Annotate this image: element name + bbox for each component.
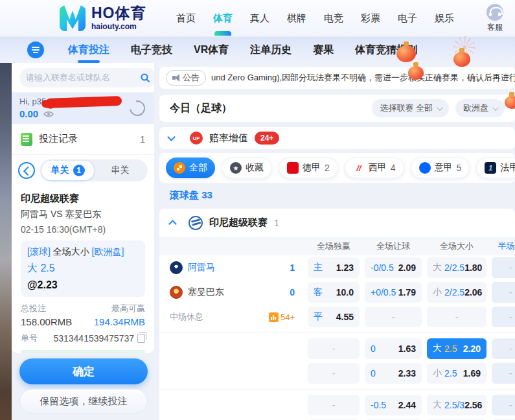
nav-sports[interactable]: 体育 — [213, 12, 233, 25]
odds-cell-empty: - — [308, 363, 360, 384]
odds-boost-row: UP 赔率增值 24+ — [159, 127, 515, 149]
table-row: 塞旻巴东 0 客10.0 +0/0.51.79 小2/2.52.06 - — [159, 280, 515, 305]
nav-live-casino[interactable]: 真人 — [250, 12, 269, 25]
odds-cell[interactable]: 客10.0 — [308, 282, 360, 303]
tab-single-bet[interactable]: 单关 1 — [41, 161, 94, 180]
page-title: 今日（足球） — [170, 102, 365, 115]
odds-cell-empty: - — [492, 338, 515, 359]
odds-cell[interactable]: 大2.5/32.56 — [427, 395, 486, 415]
customer-service-button[interactable]: 客服 — [486, 4, 503, 33]
home-team-name[interactable]: 阿雷马 — [188, 262, 284, 274]
up-icon: UP — [190, 132, 203, 145]
tab-parlay-bet[interactable]: 串关 — [94, 161, 146, 180]
odds-cell[interactable]: -0.52.44 — [365, 395, 422, 415]
odds-cell-empty: - — [492, 257, 515, 278]
keep-selection-button[interactable]: 保留选项，继续投注 — [19, 389, 148, 414]
tab-sports-betting[interactable]: 体育投注 — [68, 43, 109, 57]
eye-icon[interactable] — [43, 110, 54, 118]
odds-cell[interactable]: 主1.23 — [308, 257, 360, 278]
background-image-strip — [0, 63, 12, 420]
odds-cell[interactable]: 01.63 — [365, 338, 422, 359]
tab-esports[interactable]: 电子竞技 — [131, 43, 172, 57]
odds-cell-selected[interactable]: 大2.52.20 — [427, 338, 486, 359]
match-status: 中场休息 — [170, 311, 264, 323]
search-icon[interactable] — [140, 73, 150, 83]
odds-cell[interactable]: +0/0.51.79 — [365, 282, 422, 303]
odds-boost-count-badge: 24+ — [255, 132, 279, 145]
nav-esports[interactable]: 电竞 — [324, 12, 343, 25]
single-bet-count-badge: 1 — [73, 165, 85, 176]
lantern-decoration — [453, 52, 470, 67]
slip-odds: @2.23 — [27, 279, 139, 291]
announcement-badge: 公告 — [166, 70, 206, 86]
redacted-username-scribble — [45, 96, 122, 108]
slip-pick: 大 2.5 — [27, 262, 139, 275]
league-section: 印尼超级联赛 1 全场独赢 全场让球 全场大小 半场独 阿雷马 1 主1.23 … — [159, 209, 515, 420]
divider — [159, 389, 515, 390]
logo[interactable]: HO体育 haiouty.com — [60, 5, 146, 31]
nav-home[interactable]: 首页 — [176, 12, 196, 25]
seriea-icon — [419, 162, 431, 174]
odds-cell[interactable]: 小2/2.52.06 — [427, 282, 486, 303]
search-row — [12, 63, 154, 93]
star-icon: ★ — [230, 162, 242, 174]
slip-match-name: 阿雷马 VS 塞旻巴东 — [21, 209, 145, 220]
bet-record-item[interactable]: 投注记录 1 — [12, 124, 154, 155]
search-input[interactable] — [26, 73, 140, 82]
league-section-header[interactable]: 印尼超级联赛 1 — [159, 209, 515, 237]
ligue1-icon — [485, 162, 496, 174]
market-name: 全场大小 — [53, 246, 89, 257]
max-win-label: 最高可赢 — [83, 303, 145, 314]
announcement-bar[interactable]: 公告 und Zero Gaming),因部分玩法赛果不明确，需进一步核实正确赛… — [159, 67, 515, 89]
chip-all[interactable]: 全部 — [166, 158, 215, 178]
total-stake-value: 158.00RMB — [21, 316, 83, 327]
chip-laliga[interactable]: 西甲 4 — [345, 158, 404, 178]
slip-league-name: 印尼超级联赛 — [21, 192, 145, 205]
live-markets-count: 滚球盘 33 — [170, 189, 212, 202]
top-header: HO体育 haiouty.com 首页 体育 真人 棋牌 电竞 彩票 电子 娱乐… — [0, 0, 515, 37]
table-row: - -0.52.44 大2.5/32.56 - — [159, 393, 515, 417]
odds-cell[interactable]: 02.33 — [365, 363, 422, 384]
odds-cell-empty: - — [492, 363, 515, 384]
odds-cell[interactable]: 小2.51.69 — [427, 363, 486, 384]
odds-boost-label: 赔率增值 — [209, 132, 248, 145]
chevron-down-icon — [492, 104, 499, 111]
user-info-panel: Hi, p35 0.00 — [12, 93, 154, 124]
back-button[interactable] — [18, 162, 35, 179]
chip-bundesliga[interactable]: 德甲 2 — [279, 158, 338, 178]
confirm-button[interactable]: 确定 — [19, 358, 148, 384]
odds-type-dropdown[interactable]: 欧洲盘 — [455, 99, 505, 117]
table-row: - 01.63 大2.52.20 - — [159, 336, 515, 361]
stats-icon[interactable] — [269, 312, 279, 322]
order-number-value: 5313441539475737 — [38, 333, 134, 344]
odds-cell-empty: - — [365, 307, 422, 327]
league-filter-dropdown[interactable]: 选择联赛 全部 — [372, 99, 449, 117]
menu-icon[interactable] — [27, 41, 44, 58]
total-stake-label: 总投注 — [21, 303, 83, 314]
copy-icon[interactable] — [137, 334, 145, 343]
bet-slip-sidebar: Hi, p35 0.00 投注记录 1 单关 1 — [12, 63, 154, 420]
away-team-name[interactable]: 塞旻巴东 — [188, 286, 284, 298]
chip-seriea[interactable]: 意甲 5 — [411, 158, 470, 178]
announcement-text: und Zero Gaming),因部分玩法赛果不明确，需进一步核实正确赛果，确… — [211, 72, 515, 84]
tab-results[interactable]: 赛果 — [313, 43, 334, 57]
live-tag: [滚球] — [27, 246, 51, 257]
tab-bet-history[interactable]: 注单历史 — [250, 43, 292, 57]
nav-cards[interactable]: 棋牌 — [287, 12, 306, 25]
logo-title: HO体育 — [91, 6, 146, 21]
away-score: 0 — [290, 287, 295, 298]
chip-ligue1[interactable]: 法甲 4 — [476, 158, 515, 178]
today-header-card: 今日（足球） 选择联赛 全部 欧洲盘 — [159, 95, 515, 122]
top-nav: 首页 体育 真人 棋牌 电竞 彩票 电子 娱乐 — [176, 0, 454, 36]
odds-cell[interactable]: 平4.55 — [308, 307, 360, 327]
col-fulltime-ou: 全场大小 — [427, 240, 486, 252]
tab-vr-sports[interactable]: VR体育 — [194, 43, 229, 57]
chip-favorites[interactable]: ★ 收藏 — [222, 158, 272, 178]
nav-entertainment[interactable]: 娱乐 — [435, 12, 454, 25]
odds-cell[interactable]: 大2/2.51.80 — [427, 257, 486, 278]
nav-slots[interactable]: 电子 — [398, 12, 417, 25]
league-filter-chips: 全部 ★ 收藏 德甲 2 西甲 4 意甲 5 法甲 4 — [159, 153, 515, 183]
chevron-down-icon[interactable] — [167, 133, 176, 141]
nav-lottery[interactable]: 彩票 — [361, 12, 380, 25]
odds-cell[interactable]: -0/0.52.09 — [365, 257, 422, 278]
